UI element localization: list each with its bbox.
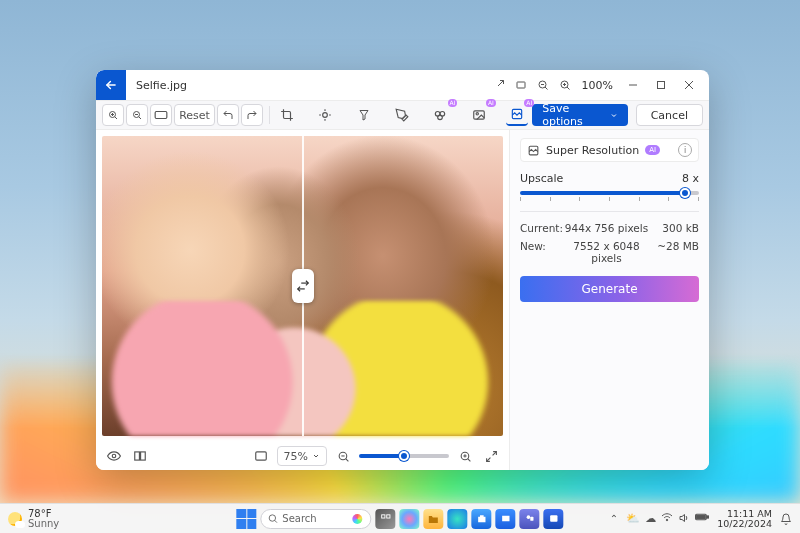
canvas-zoom-slider[interactable] [359, 454, 449, 458]
taskbar-clock[interactable]: 11:11 AM 10/22/2024 [717, 509, 772, 529]
super-resolution-tool[interactable]: AI [506, 104, 528, 126]
canvas-zoom-dropdown[interactable]: 75% [277, 446, 327, 466]
canvas-zoom-in[interactable] [455, 446, 475, 466]
svg-line-41 [345, 458, 348, 461]
zoom-in-icon[interactable] [554, 73, 576, 97]
volume-icon[interactable] [678, 512, 690, 525]
ai-badge-icon: AI [486, 99, 496, 107]
weather-icon [8, 512, 22, 526]
onedrive-sync-icon[interactable]: ☁ [645, 512, 656, 525]
svg-rect-39 [255, 452, 266, 460]
start-button[interactable] [236, 509, 256, 529]
svg-rect-11 [658, 82, 665, 89]
wifi-icon[interactable] [661, 512, 673, 525]
swap-horizontal-icon [296, 279, 310, 293]
open-external-icon[interactable] [488, 73, 510, 97]
slider-thumb[interactable] [680, 188, 690, 198]
svg-line-1 [498, 81, 504, 87]
window-close-button[interactable] [675, 73, 703, 97]
svg-rect-61 [707, 516, 709, 518]
toolbar-divider [269, 106, 270, 124]
battery-icon[interactable] [695, 512, 709, 525]
copilot-icon[interactable] [400, 509, 420, 529]
windows-taskbar: 78°F Sunny Search ⌃ ⛅ ☁ 11:11 AM [0, 503, 800, 533]
visibility-toggle[interactable] [104, 446, 124, 466]
svg-point-58 [666, 519, 668, 521]
svg-point-50 [269, 515, 275, 521]
current-size: 300 kB [653, 222, 699, 234]
reset-button[interactable]: Reset [174, 104, 215, 126]
upscale-label: Upscale [520, 172, 563, 185]
clock-date: 10/22/2024 [717, 519, 772, 529]
upscale-ticks [520, 197, 699, 201]
zoom-out-icon[interactable] [532, 73, 554, 97]
svg-line-15 [115, 117, 117, 119]
save-options-button[interactable]: Save options [532, 104, 628, 126]
zoom-in-tool[interactable] [102, 104, 124, 126]
panel-divider [520, 211, 699, 212]
titlebar: Selfie.jpg 100% [96, 70, 709, 100]
back-button[interactable] [96, 70, 126, 100]
svg-line-48 [486, 457, 490, 461]
task-view-icon[interactable] [376, 509, 396, 529]
svg-line-4 [545, 87, 548, 90]
svg-rect-37 [135, 452, 140, 460]
adjust-tool[interactable] [314, 104, 336, 126]
outlook-icon[interactable] [496, 509, 516, 529]
clock-time: 11:11 AM [717, 509, 772, 519]
onedrive-icon[interactable]: ⛅ [626, 512, 640, 525]
system-tray[interactable]: ⛅ ☁ [626, 512, 709, 525]
markup-tool[interactable] [391, 104, 413, 126]
generate-button[interactable]: Generate [520, 276, 699, 302]
taskbar-center: Search [236, 509, 563, 529]
svg-point-30 [438, 115, 443, 120]
teams-icon[interactable] [520, 509, 540, 529]
aspect-100-tool[interactable] [150, 104, 172, 126]
weather-widget[interactable]: 78°F Sunny [0, 509, 59, 529]
svg-rect-62 [697, 515, 706, 518]
filter-tool[interactable] [353, 104, 375, 126]
microsoft-store-icon[interactable] [472, 509, 492, 529]
redo-button[interactable] [241, 104, 263, 126]
erase-tool[interactable]: AI [429, 104, 451, 126]
slider-thumb[interactable] [399, 451, 409, 461]
fit-window-icon[interactable] [251, 446, 271, 466]
crop-tool[interactable] [276, 104, 298, 126]
comparison-handle[interactable] [292, 269, 314, 303]
compare-icon[interactable] [130, 446, 150, 466]
photos-app-icon[interactable] [544, 509, 564, 529]
edit-toolbar: Reset AI AI AI Save options Cancel [96, 100, 709, 130]
canvas-zoom-out[interactable] [333, 446, 353, 466]
content-area: 75% Super Resolution AI i Upscale 8 x [96, 130, 709, 470]
super-resolution-icon [527, 144, 540, 157]
fullscreen-icon[interactable] [481, 446, 501, 466]
edge-browser-icon[interactable] [448, 509, 468, 529]
super-resolution-panel: Super Resolution AI i Upscale 8 x Curren… [509, 130, 709, 470]
chevron-down-icon [610, 111, 618, 120]
notifications-icon[interactable] [780, 513, 792, 525]
file-explorer-icon[interactable] [424, 509, 444, 529]
svg-point-32 [476, 113, 478, 115]
svg-line-7 [567, 87, 570, 90]
svg-point-36 [112, 454, 116, 458]
undo-button[interactable] [217, 104, 239, 126]
taskbar-right: ⌃ ⛅ ☁ 11:11 AM 10/22/2024 [610, 509, 800, 529]
tray-chevron-icon[interactable]: ⌃ [610, 513, 618, 524]
svg-rect-54 [502, 516, 509, 522]
background-tool[interactable]: AI [468, 104, 490, 126]
taskbar-search[interactable]: Search [260, 509, 371, 529]
svg-line-47 [492, 451, 496, 455]
svg-rect-21 [155, 112, 167, 119]
cancel-button[interactable]: Cancel [636, 104, 703, 126]
window-minimize-button[interactable] [619, 73, 647, 97]
window-maximize-button[interactable] [647, 73, 675, 97]
ai-badge: AI [645, 145, 660, 155]
upscale-value: 8 x [682, 172, 699, 185]
fit-screen-icon[interactable] [510, 73, 532, 97]
upscale-slider[interactable] [520, 191, 699, 195]
zoom-out-tool[interactable] [126, 104, 148, 126]
photos-editor-window: Selfie.jpg 100% Reset [96, 70, 709, 470]
svg-marker-59 [680, 515, 685, 522]
svg-point-55 [526, 515, 530, 519]
info-icon[interactable]: i [678, 143, 692, 157]
